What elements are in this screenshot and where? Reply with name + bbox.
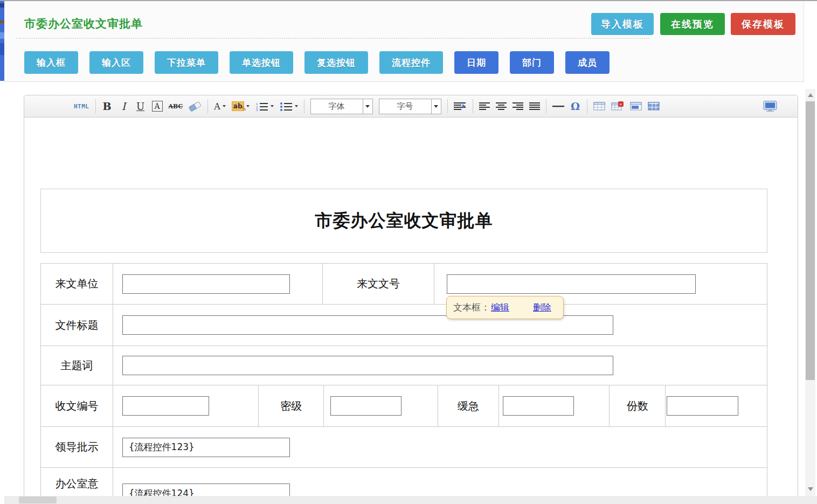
component-input-box-button[interactable]: 输入框 — [24, 51, 78, 74]
chevron-down-icon — [365, 105, 370, 108]
ordered-list-button[interactable]: 123 — [255, 99, 274, 113]
cell: {流程控件124} — [113, 468, 767, 496]
border-text-button[interactable]: A — [152, 101, 163, 112]
align-right-button[interactable] — [513, 99, 523, 113]
horizontal-scrollbar[interactable] — [4, 496, 817, 504]
cell — [113, 264, 322, 304]
page-title: 市委办公室收文审批单 — [24, 16, 143, 31]
toolbar-separator — [546, 99, 546, 113]
edit-link[interactable]: 编辑 — [491, 301, 509, 314]
label-incoming-unit: 来文单位 — [41, 264, 113, 304]
tooltip-label: 文本框： — [453, 301, 490, 314]
component-member-button[interactable]: 成员 — [565, 51, 610, 74]
font-color-a: A — [214, 101, 220, 112]
secrecy-level-input[interactable] — [330, 396, 401, 416]
table-row: 主题词 — [41, 346, 767, 385]
delete-link[interactable]: 删除 — [533, 301, 551, 314]
align-left-button[interactable] — [479, 99, 490, 113]
table-cell-merge-button[interactable] — [630, 99, 642, 113]
font-family-select[interactable]: 字体 — [310, 99, 373, 114]
align-center-button[interactable] — [496, 99, 507, 113]
editor-toolbar: HTML B I U A ABC A ab✎ 123 字体 字号 — [24, 95, 798, 118]
component-flow-control-button[interactable]: 流程控件 — [379, 51, 443, 74]
chevron-down-icon — [223, 105, 226, 107]
cell — [113, 305, 767, 346]
chevron-down-icon — [271, 105, 274, 107]
align-justify-button[interactable] — [529, 99, 540, 113]
label-subject-words: 主题词 — [41, 346, 113, 385]
office-opinion-input[interactable]: {流程控件124} — [122, 484, 290, 496]
edge-fragment — [0, 20, 4, 23]
source-code-button[interactable]: HTML — [74, 99, 89, 113]
table-row: 来文单位 来文文号 — [41, 264, 767, 304]
italic-button[interactable]: I — [119, 99, 129, 113]
remove-format-eraser-icon[interactable] — [189, 99, 202, 113]
label-urgency: 缓急 — [438, 385, 498, 426]
fullscreen-button[interactable] — [763, 101, 777, 112]
strikethrough-button[interactable]: ABC — [169, 99, 183, 113]
svg-text:3: 3 — [256, 108, 258, 111]
header: 市委办公室收文审批单 导入模板 在线预览 保存模板 输入框 输入区 下拉菜单 单… — [4, 1, 804, 82]
toolbar-separator — [304, 99, 304, 113]
table-properties-button[interactable] — [648, 99, 660, 113]
delete-table-button[interactable]: × — [611, 99, 624, 113]
label-secrecy-level: 密级 — [258, 385, 323, 426]
font-color-button[interactable]: A — [214, 99, 226, 113]
cell — [113, 385, 259, 426]
scroll-up-arrow-icon[interactable] — [805, 90, 815, 100]
special-character-button[interactable]: Ω — [570, 99, 581, 113]
highlight-color-button[interactable]: ab✎ — [232, 99, 250, 113]
form-table: 来文单位 来文文号 文件标题 主题词 — [40, 263, 767, 496]
table-row: 办公室意 {流程控件124} — [41, 467, 767, 496]
header-divider — [16, 38, 649, 39]
component-dropdown-button[interactable]: 下拉菜单 — [155, 51, 218, 74]
select-arrow-button[interactable] — [431, 99, 441, 114]
component-checkbox-button[interactable]: 复选按钮 — [304, 51, 368, 74]
component-department-button[interactable]: 部门 — [510, 51, 554, 74]
component-input-area-button[interactable]: 输入区 — [89, 51, 143, 74]
incoming-unit-input[interactable] — [122, 274, 290, 294]
cell: {流程控件123} — [113, 427, 767, 467]
copies-count-input[interactable] — [667, 396, 738, 416]
leader-instructions-input[interactable]: {流程控件123} — [122, 438, 290, 457]
horizontal-scrollbar-thumb[interactable] — [19, 496, 57, 503]
save-template-button[interactable]: 保存模板 — [731, 13, 795, 35]
form-title-box: 市委办公室收文审批单 — [40, 189, 767, 253]
subject-words-input[interactable] — [122, 356, 613, 375]
label-office-opinion: 办公室意 — [41, 468, 113, 496]
select-arrow-button[interactable] — [363, 99, 372, 114]
highlight-ab: ab✎ — [232, 101, 244, 111]
screen: 市委办公室收文审批单 导入模板 在线预览 保存模板 输入框 输入区 下拉菜单 单… — [0, 0, 817, 504]
component-date-button[interactable]: 日期 — [454, 51, 498, 74]
chevron-down-icon — [295, 105, 298, 107]
font-size-select[interactable]: 字号 — [379, 99, 441, 114]
cell — [498, 385, 610, 426]
label-receipt-number: 收文编号 — [41, 385, 113, 426]
cell — [323, 385, 438, 426]
background-window-edge — [0, 1, 4, 81]
import-template-button[interactable]: 导入模板 — [591, 13, 654, 35]
table-row: 收文编号 密级 缓急 份数 — [41, 385, 767, 426]
unordered-list-button[interactable] — [280, 99, 298, 113]
component-toolbar: 输入框 输入区 下拉菜单 单选按钮 复选按钮 流程控件 日期 部门 成员 — [24, 51, 610, 74]
underline-button[interactable]: U — [135, 99, 146, 113]
incoming-doc-number-input[interactable] — [447, 274, 696, 294]
urgency-input[interactable] — [503, 396, 574, 416]
toolbar-separator — [95, 99, 96, 113]
online-preview-button[interactable]: 在线预览 — [660, 13, 725, 35]
rich-text-editor: HTML B I U A ABC A ab✎ 123 字体 字号 — [24, 95, 798, 496]
toolbar-separator — [447, 99, 448, 113]
scroll-down-arrow-icon[interactable] — [805, 484, 815, 494]
bold-button[interactable]: B — [102, 99, 113, 113]
editor-canvas[interactable]: 市委办公室收文审批单 来文单位 来文文号 文件标题 — [24, 118, 798, 496]
vertical-scrollbar[interactable] — [805, 89, 815, 496]
vertical-scrollbar-thumb[interactable] — [806, 101, 815, 380]
insert-table-button[interactable] — [593, 99, 605, 113]
horizontal-rule-button[interactable] — [552, 99, 564, 113]
indent-button[interactable] — [454, 99, 467, 113]
cell — [113, 346, 767, 385]
component-radio-button[interactable]: 单选按钮 — [230, 51, 293, 74]
svg-text:×: × — [619, 102, 622, 107]
receipt-number-input[interactable] — [122, 396, 209, 416]
font-family-label: 字体 — [311, 101, 363, 112]
